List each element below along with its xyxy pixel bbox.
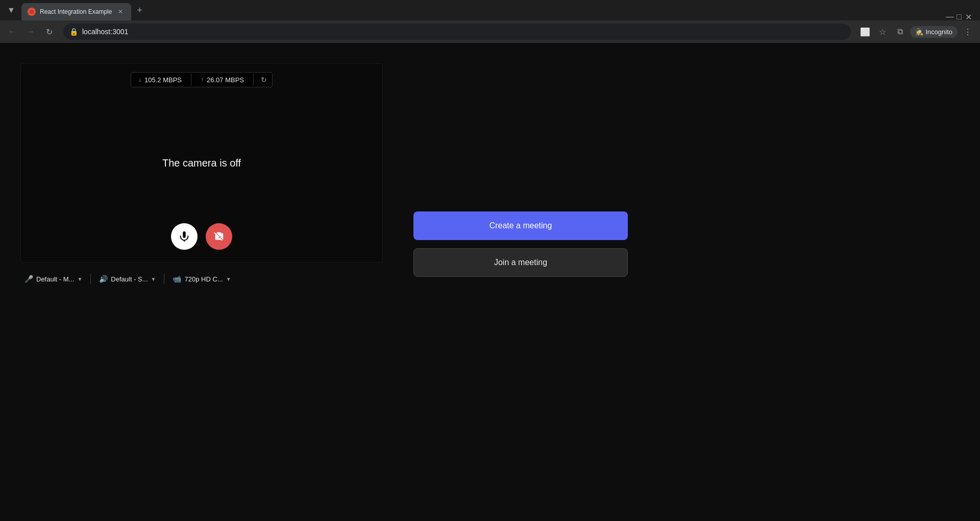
stats-bar: ↓ 105.2 MBPS ↑ 26.07 MBPS ↻ bbox=[131, 72, 273, 87]
mic-select-icon: 🎤 bbox=[24, 275, 33, 283]
close-button[interactable]: ✕ bbox=[965, 13, 972, 20]
camera-off-text: The camera is off bbox=[162, 157, 241, 169]
tab-switcher-button[interactable]: ▼ bbox=[4, 3, 18, 17]
incognito-icon: 🕵 bbox=[915, 28, 923, 36]
toolbar-actions: ⬜ ☆ ⧉ bbox=[857, 23, 908, 40]
page-content: ↓ 105.2 MBPS ↑ 26.07 MBPS ↻ The camera i… bbox=[0, 43, 980, 521]
camera-select-icon: 📹 bbox=[173, 275, 181, 283]
incognito-badge[interactable]: 🕵 Incognito bbox=[910, 26, 958, 38]
download-icon: ↓ bbox=[138, 76, 141, 83]
create-meeting-button[interactable]: Create a meeting bbox=[413, 211, 628, 240]
camera-off-icon bbox=[213, 231, 225, 242]
bookmark-button[interactable]: ☆ bbox=[874, 23, 891, 40]
address-bar-container[interactable]: 🔒 bbox=[63, 23, 851, 40]
forward-button[interactable]: → bbox=[22, 23, 39, 40]
upload-icon: ↑ bbox=[201, 76, 204, 83]
back-button[interactable]: ← bbox=[4, 23, 20, 40]
speaker-select-icon: 🔊 bbox=[99, 275, 108, 283]
menu-button[interactable]: ⋮ bbox=[960, 23, 976, 40]
camera-select-text: 720p HD C... bbox=[184, 275, 223, 283]
incognito-label: Incognito bbox=[925, 28, 952, 36]
download-stat: ↓ 105.2 MBPS bbox=[131, 73, 189, 87]
join-meeting-button[interactable]: Join a meeting bbox=[413, 248, 628, 277]
mic-icon bbox=[179, 231, 190, 242]
video-section: ↓ 105.2 MBPS ↑ 26.07 MBPS ↻ The camera i… bbox=[20, 63, 383, 287]
tab-title: React Integration Example bbox=[40, 8, 112, 15]
minimize-button[interactable]: — bbox=[946, 13, 953, 20]
mic-select-text: Default - M... bbox=[36, 275, 74, 283]
device-divider-1 bbox=[90, 274, 91, 284]
refresh-button[interactable]: ↻ bbox=[41, 23, 57, 40]
download-speed: 105.2 MBPS bbox=[144, 76, 182, 84]
cast-button[interactable]: ⬜ bbox=[857, 23, 873, 40]
speaker-select-text: Default - S... bbox=[111, 275, 148, 283]
stats-refresh-button[interactable]: ↻ bbox=[256, 73, 272, 87]
mic-button[interactable] bbox=[171, 223, 198, 250]
speaker-select[interactable]: 🔊 Default - S... ▼ bbox=[95, 273, 160, 285]
lock-icon: 🔒 bbox=[69, 28, 78, 36]
tab-favicon bbox=[28, 8, 36, 16]
speaker-chevron-icon: ▼ bbox=[151, 276, 156, 282]
controls-row bbox=[171, 223, 232, 250]
tab-close-button[interactable]: ✕ bbox=[116, 7, 125, 16]
toolbar: ← → ↻ 🔒 ⬜ ☆ ⧉ 🕵 Incognito ⋮ bbox=[0, 20, 980, 43]
camera-chevron-icon: ▼ bbox=[226, 276, 231, 282]
device-selectors: 🎤 Default - M... ▼ 🔊 Default - S... ▼ 📹 … bbox=[20, 271, 383, 287]
maximize-button[interactable]: □ bbox=[955, 13, 963, 20]
camera-select[interactable]: 📹 720p HD C... ▼ bbox=[168, 273, 235, 285]
extensions-button[interactable]: ⧉ bbox=[892, 23, 908, 40]
upload-speed: 26.07 MBPS bbox=[207, 76, 244, 84]
new-tab-button[interactable]: + bbox=[132, 3, 146, 17]
stat-divider-2 bbox=[253, 74, 254, 86]
mic-chevron-icon: ▼ bbox=[77, 276, 82, 282]
video-container: ↓ 105.2 MBPS ↑ 26.07 MBPS ↻ The camera i… bbox=[20, 63, 383, 263]
camera-button[interactable] bbox=[206, 223, 232, 250]
upload-stat: ↑ 26.07 MBPS bbox=[193, 73, 251, 87]
mic-select[interactable]: 🎤 Default - M... ▼ bbox=[20, 273, 86, 285]
address-bar[interactable] bbox=[82, 28, 845, 36]
active-tab[interactable]: React Integration Example ✕ bbox=[21, 3, 131, 20]
browser-chrome: ▼ React Integration Example ✕ + — □ ✕ ← … bbox=[0, 0, 980, 43]
tab-bar: ▼ React Integration Example ✕ + — □ ✕ bbox=[0, 0, 980, 20]
window-controls: — □ ✕ bbox=[942, 13, 976, 20]
device-divider-2 bbox=[164, 274, 164, 284]
stat-divider bbox=[191, 74, 191, 86]
meeting-panel: Create a meeting Join a meeting bbox=[413, 63, 628, 277]
